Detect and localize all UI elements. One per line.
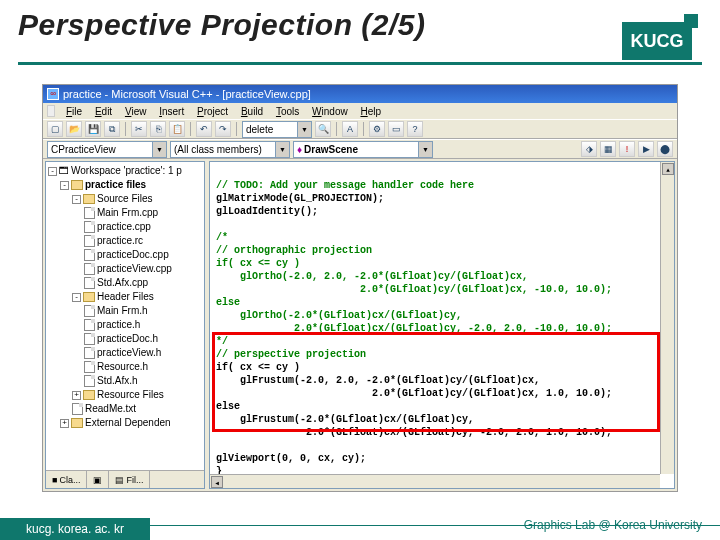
tool-saveall-icon[interactable]: ⧉ xyxy=(104,121,120,137)
tree-body[interactable]: -🗔Workspace 'practice': 1 p -practice fi… xyxy=(46,162,204,470)
scrollbar-vertical[interactable]: ▲ xyxy=(660,162,674,474)
tool-redo-icon[interactable]: ↷ xyxy=(215,121,231,137)
file-icon xyxy=(84,333,95,345)
member-combo[interactable]: ♦ DrawScene ▼ xyxy=(293,141,433,158)
menu-edit[interactable]: Edit xyxy=(95,106,112,117)
filter-combo[interactable]: (All class members) ▼ xyxy=(170,141,290,158)
menu-tools[interactable]: Tools xyxy=(276,106,299,117)
menu-build[interactable]: Build xyxy=(241,106,263,117)
tree-file[interactable]: Std.Afx.h xyxy=(48,374,202,388)
code-line: 2.0*(GLfloat)cy/(GLfloat)cx, -10.0, 10.0… xyxy=(216,284,612,295)
menu-insert[interactable]: Insert xyxy=(159,106,184,117)
tree-file[interactable]: Resource.h xyxy=(48,360,202,374)
app-icon: ∞ xyxy=(47,88,59,100)
tree-file[interactable]: practiceDoc.cpp xyxy=(48,248,202,262)
chevron-down-icon[interactable]: ▼ xyxy=(275,142,289,157)
expand-icon[interactable]: - xyxy=(60,181,69,190)
menu-project[interactable]: Project xyxy=(197,106,228,117)
tool-stop-icon[interactable]: ! xyxy=(619,141,635,157)
scroll-left-icon[interactable]: ◀ xyxy=(211,476,223,488)
tab-resourceview[interactable]: ▣ xyxy=(87,471,109,488)
expand-icon[interactable]: + xyxy=(60,419,69,428)
member-value: DrawScene xyxy=(304,144,358,155)
folder-icon xyxy=(71,418,83,428)
tree-file[interactable]: Std.Afx.cpp xyxy=(48,276,202,290)
tool-build2-icon[interactable]: ▦ xyxy=(600,141,616,157)
tool-help-icon[interactable]: ? xyxy=(407,121,423,137)
window-title-text: practice - Microsoft Visual C++ - [pract… xyxy=(63,88,311,100)
tree-file[interactable]: ReadMe.txt xyxy=(48,402,202,416)
tool-a-icon[interactable]: A xyxy=(342,121,358,137)
func-icon: ♦ xyxy=(297,144,302,155)
menu-help[interactable]: Help xyxy=(360,106,381,117)
tool-undo-icon[interactable]: ↶ xyxy=(196,121,212,137)
file-icon xyxy=(84,263,95,275)
toolbar-wizbar[interactable]: CPracticeView ▼ (All class members) ▼ ♦ … xyxy=(43,139,677,159)
tool-paste-icon[interactable]: 📋 xyxy=(169,121,185,137)
workspace-pane[interactable]: -🗔Workspace 'practice': 1 p -practice fi… xyxy=(45,161,205,489)
footer-url: kucg. korea. ac. kr xyxy=(0,518,150,540)
folder-icon xyxy=(83,390,95,400)
chevron-down-icon[interactable]: ▼ xyxy=(297,122,311,137)
chevron-down-icon[interactable]: ▼ xyxy=(418,142,432,157)
tool-go-icon[interactable]: ▶ xyxy=(638,141,654,157)
client-area: -🗔Workspace 'practice': 1 p -practice fi… xyxy=(43,159,677,491)
find-combo[interactable]: delete ▼ xyxy=(242,121,312,138)
tool-cut-icon[interactable]: ✂ xyxy=(131,121,147,137)
menu-view[interactable]: View xyxy=(125,106,147,117)
expand-icon[interactable]: + xyxy=(72,391,81,400)
mdi-icon xyxy=(47,105,55,117)
toolbar-main[interactable]: ▢ 📂 💾 ⧉ ✂ ⎘ 📋 ↶ ↷ delete ▼ 🔍 A ⚙ ▭ ? xyxy=(43,119,677,139)
menu-window[interactable]: Window xyxy=(312,106,348,117)
menubar[interactable]: File Edit View Insert Project Build Tool… xyxy=(43,103,677,119)
expand-icon[interactable]: - xyxy=(72,293,81,302)
window-titlebar[interactable]: ∞ practice - Microsoft Visual C++ - [pra… xyxy=(43,85,677,103)
code-line: glViewport(0, 0, cx, cy); xyxy=(216,453,366,464)
tool-new-icon[interactable]: ▢ xyxy=(47,121,63,137)
tool-build-icon[interactable]: ⚙ xyxy=(369,121,385,137)
header-underline xyxy=(18,62,702,65)
tree-file[interactable]: Main Frm.h xyxy=(48,304,202,318)
expand-icon[interactable]: - xyxy=(72,195,81,204)
tab-fileview[interactable]: ▤Fil... xyxy=(109,471,150,488)
chevron-down-icon[interactable]: ▼ xyxy=(152,142,166,157)
code-line: // TODO: Add your message handler code h… xyxy=(216,180,474,191)
class-combo[interactable]: CPracticeView ▼ xyxy=(47,141,167,158)
tree-root[interactable]: -🗔Workspace 'practice': 1 p xyxy=(48,164,202,178)
toolbar-sep xyxy=(336,122,337,136)
workspace-tabs[interactable]: ■Cla... ▣ ▤Fil... xyxy=(46,470,204,488)
tool-open-icon[interactable]: 📂 xyxy=(66,121,82,137)
tab-classview[interactable]: ■Cla... xyxy=(46,471,87,488)
tree-folder[interactable]: -Header Files xyxy=(48,290,202,304)
tree-file[interactable]: practice.cpp xyxy=(48,220,202,234)
tree-file[interactable]: practiceView.h xyxy=(48,346,202,360)
code-line: /* xyxy=(216,232,228,243)
menu-file[interactable]: File xyxy=(66,106,82,117)
tree-file[interactable]: practice.rc xyxy=(48,234,202,248)
tool-find-icon[interactable]: 🔍 xyxy=(315,121,331,137)
scrollbar-horizontal[interactable]: ◀ xyxy=(210,474,660,488)
tree-file[interactable]: practiceDoc.h xyxy=(48,332,202,346)
tool-copy-icon[interactable]: ⎘ xyxy=(150,121,166,137)
tree-project[interactable]: -practice files xyxy=(48,178,202,192)
code-line: if( cx <= cy ) xyxy=(216,258,300,269)
menu-items[interactable]: File Edit View Insert Project Build Tool… xyxy=(61,106,386,117)
class-value: CPracticeView xyxy=(51,144,116,155)
vc6-window: ∞ practice - Microsoft Visual C++ - [pra… xyxy=(42,84,678,492)
tree-file[interactable]: practiceView.cpp xyxy=(48,262,202,276)
expand-icon[interactable]: - xyxy=(48,167,57,176)
tree-file[interactable]: Main Frm.cpp xyxy=(48,206,202,220)
tool-compile-icon[interactable]: ⬗ xyxy=(581,141,597,157)
scroll-up-icon[interactable]: ▲ xyxy=(662,163,674,175)
tool-save-icon[interactable]: 💾 xyxy=(85,121,101,137)
footer-lab: Graphics Lab @ Korea University xyxy=(524,518,702,532)
file-icon xyxy=(84,319,95,331)
tool-win-icon[interactable]: ▭ xyxy=(388,121,404,137)
code-line: else xyxy=(216,297,240,308)
tree-folder[interactable]: +External Dependen xyxy=(48,416,202,430)
tool-break-icon[interactable]: ⬤ xyxy=(657,141,673,157)
code-editor[interactable]: // TODO: Add your message handler code h… xyxy=(209,161,675,489)
tree-file[interactable]: practice.h xyxy=(48,318,202,332)
tree-folder[interactable]: -Source Files xyxy=(48,192,202,206)
tree-folder[interactable]: +Resource Files xyxy=(48,388,202,402)
